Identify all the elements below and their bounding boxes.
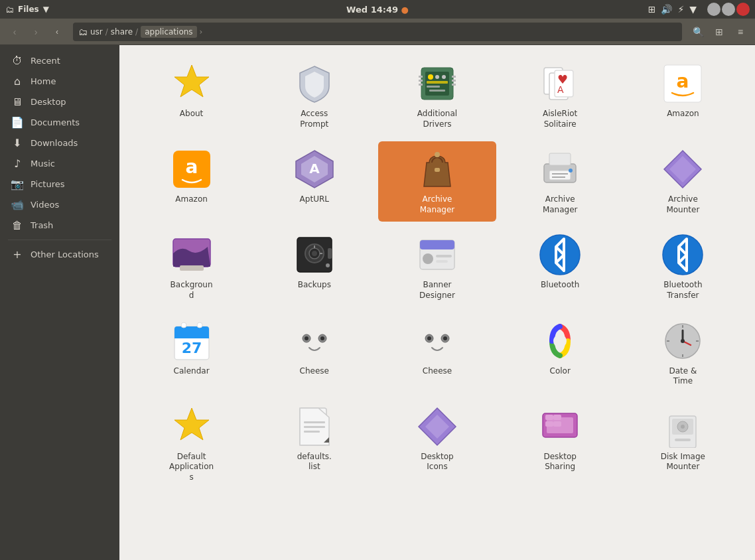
app-icon-about[interactable]: About [133, 56, 250, 136]
backups-label: Backups [298, 280, 331, 291]
toolbar: ‹ › ‹ 🗂 usr / share / applications › 🔍 ⊞… [0, 19, 755, 45]
app-icon-color[interactable]: Color [502, 313, 619, 393]
app-icon-background[interactable]: Backgroun d [133, 227, 250, 307]
app-icon-calendar[interactable]: 27Calendar [133, 313, 250, 393]
files-dropdown-icon[interactable]: ▼ [43, 5, 49, 14]
app-icon-archive-mounter[interactable]: Archive Mounter [624, 141, 742, 222]
svg-rect-7 [427, 86, 440, 88]
other-locations-label: Other Locations [31, 249, 99, 259]
svg-rect-34 [552, 176, 565, 178]
app-icon-cheese[interactable]: Cheese [255, 313, 373, 393]
app-icon-access-prompt[interactable]: Access Prompt [255, 56, 373, 136]
sidebar-item-downloads[interactable]: ⬇Downloads [3, 133, 117, 153]
downloads-label: Downloads [31, 138, 78, 148]
sidebar-item-other-locations[interactable]: +Other Locations [3, 244, 117, 265]
svg-point-53 [663, 235, 703, 275]
apturl-label: AptURL [300, 194, 329, 205]
svg-point-3 [428, 74, 433, 80]
svg-point-46 [326, 263, 330, 267]
system-bar-right: ⊞ 🔊 ⚡ ▼ [648, 3, 750, 16]
date-time-label: Date & Time [669, 366, 697, 387]
svg-point-32 [569, 169, 573, 173]
app-icon-disk-image-mounter[interactable]: Disk Image Mounter [624, 399, 742, 490]
svg-point-70 [427, 336, 431, 340]
files-label[interactable]: Files [18, 5, 39, 14]
list-view-button[interactable]: ⊞ [710, 23, 728, 41]
desktop-icons-label: Desktop Icons [421, 452, 454, 472]
cheese2-image [416, 320, 458, 362]
breadcrumb-home-icon: 🗂 [78, 27, 88, 37]
up-button[interactable]: ‹ [48, 23, 66, 41]
banner-designer-label: Banner Designer [419, 280, 455, 301]
app-icon-amazon[interactable]: aAmazon [624, 56, 742, 136]
system-menu-icon[interactable]: ▼ [689, 4, 697, 15]
sidebar-item-documents[interactable]: 📄Documents [3, 112, 117, 133]
sidebar-item-trash[interactable]: 🗑Trash [3, 215, 117, 236]
archive-mounter-image [661, 148, 704, 190]
sidebar-item-videos[interactable]: 📹Videos [3, 194, 117, 215]
app-icon-aisleriot[interactable]: ♥AAisleRiot Solitaire [502, 56, 619, 136]
app-icon-defaults-list[interactable]: defaults. list [255, 399, 373, 490]
svg-rect-84 [304, 431, 320, 433]
svg-rect-38 [180, 265, 204, 271]
sidebar-item-music[interactable]: ♪Music [3, 153, 117, 174]
app-icon-archive-manager2[interactable]: Archive Manager [502, 141, 619, 222]
add-icon: + [11, 248, 24, 261]
cheese-image [293, 320, 336, 362]
minimize-button[interactable] [707, 3, 721, 16]
svg-point-64 [305, 336, 309, 340]
maximize-button[interactable] [722, 3, 735, 16]
calendar-image: 27 [171, 320, 213, 362]
pictures-label: Pictures [31, 179, 64, 189]
svg-rect-27 [435, 168, 440, 172]
window-controls [707, 3, 750, 16]
svg-rect-82 [304, 421, 325, 423]
cheese2-label: Cheese [423, 366, 452, 377]
amazon-image: a [661, 62, 704, 105]
sidebar-item-pictures[interactable]: 📷Pictures [3, 174, 117, 194]
documents-label: Documents [31, 117, 80, 127]
app-icon-additional-drivers[interactable]: Additional Drivers [378, 56, 496, 136]
svg-rect-51 [436, 260, 448, 263]
app-icon-banner-designer[interactable]: Banner Designer [378, 227, 496, 307]
menu-button[interactable]: ≡ [731, 23, 750, 41]
svg-rect-11 [419, 84, 423, 86]
app-icon-cheese2[interactable]: Cheese [378, 313, 496, 393]
breadcrumb-applications[interactable]: applications [141, 26, 196, 38]
system-bar: 🗂 Files ▼ Wed 14:49 ● ⊞ 🔊 ⚡ ▼ [0, 0, 755, 19]
app-icon-bluetooth-transfer[interactable]: Bluetooth Transfer [624, 227, 742, 307]
breadcrumb: 🗂 usr / share / applications › [73, 23, 682, 41]
calendar-label: Calendar [174, 366, 210, 377]
svg-rect-91 [553, 415, 561, 420]
battery-icon: ⚡ [677, 4, 684, 15]
breadcrumb-usr[interactable]: usr [90, 27, 103, 36]
app-icon-desktop-sharing[interactable]: Desktop Sharing [502, 399, 619, 490]
videos-icon: 📹 [11, 198, 24, 211]
sidebar-item-home[interactable]: ⌂Home [3, 71, 117, 92]
cheese-label: Cheese [300, 366, 329, 377]
back-button[interactable]: ‹ [5, 23, 24, 41]
app-icon-backups[interactable]: Backups [255, 227, 373, 307]
system-bar-left: 🗂 Files ▼ [5, 5, 49, 15]
app-icon-desktop-icons[interactable]: Desktop Icons [378, 399, 496, 490]
app-icon-bluetooth[interactable]: Bluetooth [502, 227, 619, 307]
svg-rect-33 [552, 173, 568, 175]
additional-drivers-image [416, 62, 458, 105]
app-icon-date-time[interactable]: Date & Time [624, 313, 742, 393]
sidebar-item-desktop[interactable]: 🖥Desktop [3, 92, 117, 112]
disk-image-mounter-image [661, 405, 704, 448]
apturl-image: A [293, 148, 336, 190]
files-menu-icon: 🗂 [5, 5, 14, 15]
search-button[interactable]: 🔍 [689, 23, 707, 41]
svg-point-57 [181, 322, 186, 328]
svg-point-72 [553, 334, 567, 348]
svg-point-74 [681, 339, 685, 343]
app-icon-apturl[interactable]: AAptURL [255, 141, 373, 222]
breadcrumb-share[interactable]: share [111, 27, 133, 36]
forward-button[interactable]: › [27, 23, 45, 41]
sidebar-item-recent[interactable]: ⏱Recent [3, 50, 117, 71]
app-icon-default-apps[interactable]: Default Application s [133, 399, 250, 490]
app-icon-archive-manager[interactable]: Archive Manager [378, 141, 496, 222]
close-button[interactable] [736, 3, 750, 16]
app-icon-amazon2[interactable]: aAmazon [133, 141, 250, 222]
